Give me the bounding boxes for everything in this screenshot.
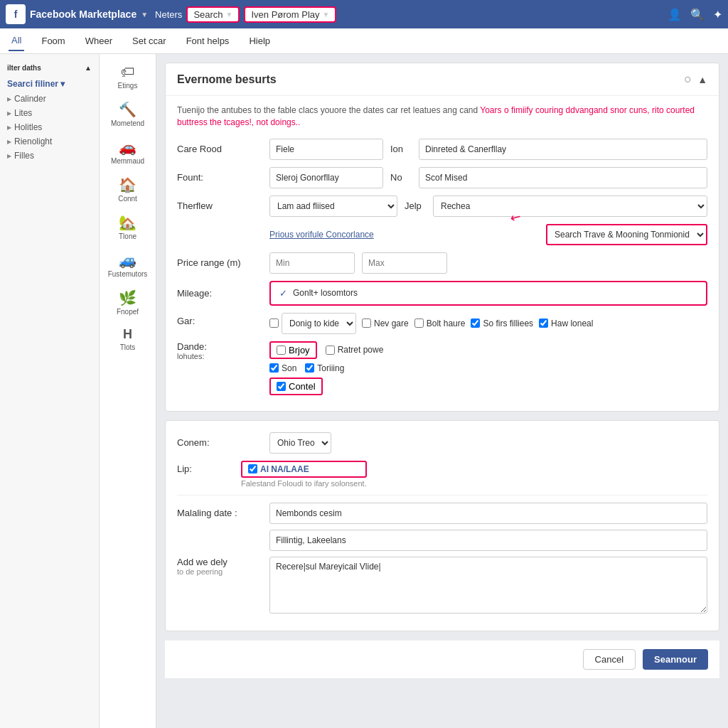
sidebar-rienolight[interactable]: Rienolight — [0, 134, 99, 149]
sidebar-holitles[interactable]: Holitles — [0, 120, 99, 134]
calinder-label: Calinder — [14, 94, 46, 104]
tlots-label: Tlots — [120, 343, 136, 351]
results-header: Evernome besurts ○ ▲ — [166, 63, 719, 96]
therflew-select1[interactable]: Lam aad fliised — [269, 196, 397, 217]
ratret-check[interactable] — [326, 346, 335, 355]
link-searchtool-row: Prious vorifule Concorlance ↙ Search Tra… — [177, 224, 707, 245]
malaling-row2 — [177, 530, 707, 551]
results-panel: Evernome besurts ○ ▲ Tuenijo the antubes… — [165, 63, 719, 412]
dande-toriiing: Toriiing — [305, 363, 344, 373]
nev-gare-check[interactable] — [362, 318, 371, 328]
cancel-button[interactable]: Cancel — [583, 649, 636, 670]
icon-tlots[interactable]: H Tlots — [100, 323, 156, 355]
subnav-fonthelps[interactable]: Font helps — [183, 31, 232, 50]
fb-logo: f — [6, 4, 26, 24]
results-circle: ○ — [684, 72, 692, 87]
connt-icon: 🏠 — [119, 176, 136, 193]
add-we-textarea[interactable]: Recere|sul Mareyicail Vlide| — [269, 557, 707, 614]
icon-connt[interactable]: 🏠 Connt — [100, 172, 156, 207]
mileage-text: Gonlt+ losomtors — [293, 288, 358, 298]
play-dropdown[interactable]: Iven Pørom Play ▼ — [244, 6, 336, 23]
care-rood-row: Care Rood Ion — [177, 139, 707, 160]
gar-dropdown-wrapper: Donig to kide — [269, 313, 356, 334]
bolt-haure-check[interactable] — [414, 318, 424, 328]
price-range-row: Price range (m) — [177, 252, 707, 274]
brjoy-label: Brjoy — [289, 345, 310, 355]
subnav-wheer[interactable]: Wheer — [82, 31, 115, 50]
conem-row: Conem: Ohio Treo — [177, 432, 707, 454]
brjoy-check[interactable] — [277, 346, 286, 355]
malaling-field1[interactable] — [269, 503, 707, 524]
contel-check[interactable] — [277, 382, 286, 391]
etings-label: Etings — [118, 82, 138, 90]
therflew-select2[interactable]: Rechea — [433, 196, 707, 217]
icon-mometend[interactable]: 🔨 Mometend — [100, 97, 156, 132]
lip-checkbox[interactable] — [248, 464, 257, 473]
mileage-box: ✓ Gonlt+ losomtors — [269, 281, 707, 306]
icon-etings[interactable]: 🏷 Etings — [100, 60, 156, 94]
dande-son: Son — [269, 363, 296, 373]
filter-collapse[interactable]: ▲ — [85, 64, 92, 72]
price-range-max[interactable] — [362, 252, 447, 274]
toriiing-check[interactable] — [305, 363, 314, 373]
memmaud-icon: 🚗 — [119, 139, 136, 156]
son-check[interactable] — [269, 363, 279, 373]
sidebar-calinder[interactable]: Calinder — [0, 92, 99, 106]
navbar-icons: 👤 🔍 ✦ — [668, 8, 722, 21]
bottom-section: Conem: Ohio Treo Lip: AI NA/LAAE Falesta… — [165, 420, 719, 631]
sidebar-filles[interactable]: Filles — [0, 149, 99, 163]
icon-fustemutors[interactable]: 🚙 Fustemutors — [100, 247, 156, 282]
person-icon[interactable]: 👤 — [668, 8, 682, 21]
dropdown-label: Iven Pørom Play — [251, 9, 319, 20]
icon-sidebar: 🏷 Etings 🔨 Mometend 🚗 Memmaud 🏠 Connt 🏡 … — [100, 54, 156, 728]
therflew-label: Therflew — [177, 200, 262, 211]
lip-input-wrapper: AI NA/LAAE — [241, 461, 367, 478]
add-we-sublabel: to de peering — [177, 567, 262, 576]
dande-row: Dande: lohutes: Brjoy Ratre — [177, 341, 707, 395]
dande-row2: Son Toriiing — [269, 363, 707, 373]
desc-normal: Tuenijo the antubes to the fable clacs y… — [177, 105, 478, 115]
lip-label: Lip: — [177, 461, 234, 474]
fount-field2[interactable] — [419, 167, 707, 188]
gar-so-firs: So firs filliees — [471, 313, 533, 334]
fount-field1[interactable] — [269, 167, 383, 188]
subnav-hielp[interactable]: Hielp — [246, 31, 273, 50]
fount-row: Fount: No — [177, 167, 707, 188]
haw-loneal-check[interactable] — [539, 318, 548, 328]
search-filter-title[interactable]: Searci filiner ▾ — [0, 76, 99, 92]
bolt-haure-label: Bolt haure — [427, 318, 466, 328]
conem-select[interactable]: Ohio Treo — [269, 432, 331, 454]
gar-nev-gare: Nev gare — [362, 313, 409, 334]
tlots-icon: H — [123, 327, 132, 342]
gar-dropdown-check[interactable] — [269, 318, 279, 328]
search-button[interactable]: Seannour — [643, 649, 708, 670]
settings-icon[interactable]: ✦ — [713, 8, 722, 21]
malaling-field2[interactable] — [269, 530, 707, 551]
search-icon[interactable]: 🔍 — [690, 8, 705, 21]
icon-tlone[interactable]: 🏡 Tlone — [100, 210, 156, 245]
subnav-all[interactable]: All — [9, 31, 24, 51]
mometend-label: Mometend — [111, 119, 144, 127]
price-range-min[interactable] — [269, 252, 355, 274]
collapse-button[interactable]: ▲ — [697, 74, 707, 85]
mileage-label: Mileage: — [177, 288, 262, 299]
dande-row3: Contel — [269, 378, 707, 395]
icon-memmaud[interactable]: 🚗 Memmaud — [100, 134, 156, 169]
sidebar-lites[interactable]: Lites — [0, 106, 99, 120]
so-firs-check[interactable] — [471, 318, 480, 328]
price-range-label: Price range (m) — [177, 257, 262, 268]
ratret-label: Ratret powe — [338, 345, 384, 355]
search-box[interactable]: Search ▼ — [186, 6, 240, 23]
left-sidebar: ilter daths ▲ Searci filiner ▾ Calinder … — [0, 54, 100, 728]
icon-fnopef[interactable]: 🌿 Fnopef — [100, 285, 156, 320]
gar-select[interactable]: Donig to kide — [282, 313, 356, 334]
subnav-foom[interactable]: Foom — [38, 31, 68, 50]
pricous-link[interactable]: Prious vorifule Concorlance — [269, 230, 374, 240]
care-rood-field2[interactable] — [419, 139, 707, 160]
filter-header: ilter daths ▲ — [0, 60, 99, 76]
search-tool-select[interactable]: Search Trave & Mooning Tonmionid — [546, 224, 707, 245]
subnav: All Foom Wheer Set ccar Font helps Hielp — [0, 28, 728, 54]
care-rood-field1[interactable] — [269, 139, 383, 160]
subnav-setccar[interactable]: Set ccar — [129, 31, 169, 50]
dande-ratret: Ratret powe — [326, 341, 384, 359]
